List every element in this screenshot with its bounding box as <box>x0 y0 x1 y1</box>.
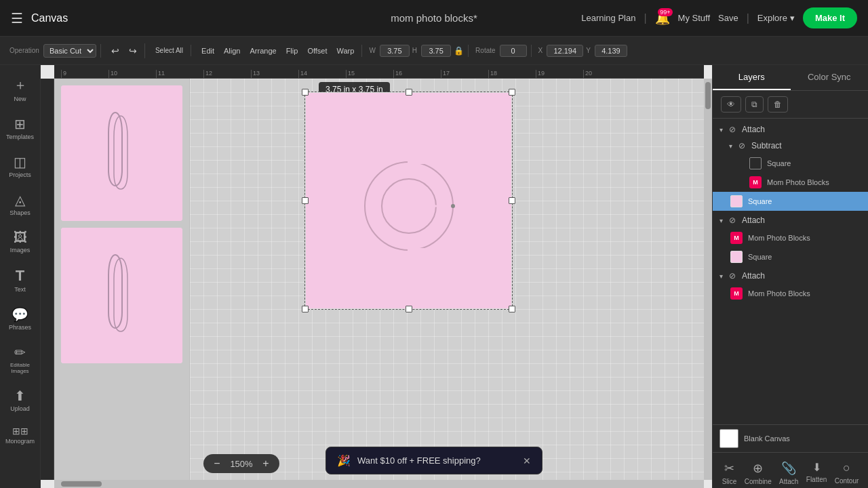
x-input[interactable] <box>547 45 583 57</box>
layer-group-attach-2-header[interactable]: ▾ ⊘ Attach <box>713 212 868 228</box>
layer-item-mom-photo-2[interactable]: M Mom Photo Blocks <box>713 228 868 247</box>
layer-eye-button[interactable]: 👁 <box>721 96 741 113</box>
layer-item-label-square-2: Square <box>748 253 861 261</box>
subtract-chevron-icon: ▾ <box>729 142 732 150</box>
sidebar-item-monogram[interactable]: ⊞⊞ Monogram <box>3 420 38 450</box>
menu-icon[interactable]: ☰ <box>11 10 23 26</box>
text-icon: T <box>16 267 24 285</box>
y-input[interactable] <box>595 45 627 57</box>
sidebar-item-label-projects: Projects <box>9 171 31 178</box>
divider2: | <box>747 12 749 24</box>
undo-button[interactable]: ↩ <box>108 43 123 58</box>
tab-layers[interactable]: Layers <box>713 65 791 90</box>
blank-canvas-thumbnail <box>719 429 738 448</box>
flatten-icon: ⬇ <box>812 461 821 474</box>
svg-point-5 <box>451 204 455 208</box>
editable-images-icon: ✏ <box>14 344 26 361</box>
sidebar-item-images[interactable]: 🖼 Images <box>3 224 38 259</box>
layer-item-square-selected[interactable]: Square <box>713 192 868 211</box>
layer-item-mom-photo-3[interactable]: M Mom Photo Blocks <box>713 284 868 303</box>
attach-tool[interactable]: 📎 Attach <box>779 461 798 485</box>
selected-object[interactable] <box>305 92 512 309</box>
width-input[interactable] <box>380 45 410 57</box>
my-stuff[interactable]: My Stuff <box>678 13 710 23</box>
operation-select[interactable]: Basic Cut <box>43 44 96 58</box>
warp-button[interactable]: Warp <box>334 45 358 57</box>
sidebar-item-phrases[interactable]: 💬 Phrases <box>3 301 38 336</box>
attach-group-icon: ⊘ <box>727 124 738 135</box>
slice-tool[interactable]: ✂ Slice <box>722 461 737 485</box>
notification-button[interactable]: 🔔 99+ <box>655 11 670 26</box>
layer-copy-button[interactable]: ⧉ <box>745 96 764 113</box>
right-sidebar: Layers Color Sync 👁 ⧉ 🗑 ▾ ⊘ Attach ▾ <box>712 65 868 488</box>
sidebar-item-templates[interactable]: ⊞ Templates <box>3 110 38 146</box>
slice-label: Slice <box>722 478 737 485</box>
layer-group-subtract-header[interactable]: ▾ ⊘ Subtract <box>722 138 868 154</box>
arrange-button[interactable]: Arrange <box>247 45 280 57</box>
chevron-icon: ▾ <box>719 126 723 134</box>
sidebar-item-label-editable-images: Editable Images <box>5 362 35 374</box>
zoom-out-button[interactable]: − <box>210 457 224 470</box>
vertical-scrollbar[interactable] <box>704 79 712 480</box>
layer-group-attach-3-name: Attach <box>742 271 861 281</box>
canvas-area[interactable]: 9 10 11 12 13 14 15 16 17 18 19 20 <box>41 65 712 488</box>
layer-item-mom-photo-1[interactable]: M Mom Photo Blocks <box>722 173 868 192</box>
layer-group-attach-1-header[interactable]: ▾ ⊘ Attach <box>713 121 868 138</box>
zoom-controls: − 150% + <box>203 454 279 473</box>
redo-button[interactable]: ↪ <box>125 43 140 58</box>
left-sidebar: ＋ New ⊞ Templates ◫ Projects ◬ Shapes 🖼 … <box>0 65 41 488</box>
slice-icon: ✂ <box>724 461 734 476</box>
horizontal-scrollbar[interactable] <box>54 480 704 488</box>
layer-group-attach-2: ▾ ⊘ Attach M Mom Photo Blocks Square <box>713 212 868 266</box>
zoom-in-button[interactable]: + <box>259 457 273 470</box>
layer-item-label-square-1: Square <box>767 159 861 167</box>
blank-canvas-row[interactable]: Blank Canvas <box>713 424 868 452</box>
sidebar-item-new[interactable]: ＋ New <box>3 70 38 108</box>
bottom-tools: ✂ Slice ⊕ Combine 📎 Attach ⬇ Flatten ○ <box>713 452 868 488</box>
explore-button[interactable]: Explore ▾ <box>757 13 795 23</box>
combine-tool[interactable]: ⊕ Combine <box>745 461 772 485</box>
sidebar-item-projects[interactable]: ◫ Projects <box>3 148 38 184</box>
tab-color-sync[interactable]: Color Sync <box>791 65 869 90</box>
layer-item-square-2[interactable]: Square <box>713 247 868 266</box>
edit-button[interactable]: Edit <box>198 45 218 57</box>
save-button[interactable]: Save <box>718 13 738 23</box>
preview-card-2[interactable] <box>61 228 182 363</box>
layer-thumb-mom-2: M <box>730 232 743 244</box>
layer-thumb-square-selected <box>730 195 743 207</box>
offset-button[interactable]: Offset <box>304 45 330 57</box>
upload-icon: ⬆ <box>14 388 26 404</box>
make-it-button[interactable]: Make It <box>803 7 857 28</box>
sidebar-item-text[interactable]: T Text <box>3 262 38 298</box>
layer-item-label-mom-3: Mom Photo Blocks <box>748 289 861 298</box>
attach-icon: 📎 <box>781 461 796 476</box>
align-button[interactable]: Align <box>220 45 243 57</box>
toast-close-button[interactable]: ✕ <box>523 455 531 466</box>
preview-card-1[interactable] <box>61 85 182 221</box>
layer-item-square-1[interactable]: Square <box>722 154 868 173</box>
divider: | <box>644 12 646 24</box>
sidebar-item-label-images: Images <box>10 247 31 253</box>
contour-tool[interactable]: ○ Contour <box>835 461 859 485</box>
layer-delete-button[interactable]: 🗑 <box>768 96 788 113</box>
flatten-tool[interactable]: ⬇ Flatten <box>806 461 827 485</box>
main: ＋ New ⊞ Templates ◫ Projects ◬ Shapes 🖼 … <box>0 65 868 488</box>
workspace[interactable]: 3.75 in x 3.75 in <box>54 79 704 480</box>
doc-title[interactable]: mom photo blocks* <box>391 12 477 24</box>
select-all-button[interactable]: Select All <box>152 45 186 56</box>
sidebar-item-upload[interactable]: ⬆ Upload <box>3 382 38 418</box>
height-input[interactable] <box>421 45 451 57</box>
images-icon: 🖼 <box>14 230 27 245</box>
lock-icon[interactable]: 🔒 <box>454 46 464 56</box>
learning-plan[interactable]: Learning Plan <box>581 13 635 23</box>
layer-thumb-square-1 <box>749 157 762 169</box>
sidebar-item-editable-images[interactable]: ✏ Editable Images <box>3 339 38 380</box>
rotate-input[interactable] <box>500 45 527 57</box>
layer-group-attach-3-header[interactable]: ▾ ⊘ Attach <box>713 268 868 284</box>
toast-notification: 🎉 Want $10 off + FREE shipping? ✕ <box>326 447 542 474</box>
y-label: Y <box>586 47 591 54</box>
right-tabs: Layers Color Sync <box>713 65 868 91</box>
sidebar-item-shapes[interactable]: ◬ Shapes <box>3 186 38 222</box>
sidebar-item-label-templates: Templates <box>6 134 34 140</box>
flip-button[interactable]: Flip <box>283 45 302 57</box>
